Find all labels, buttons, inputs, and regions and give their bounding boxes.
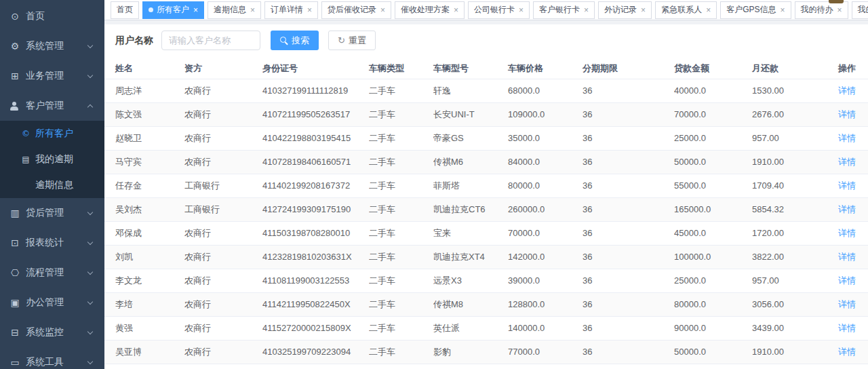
cell-monthly_payment: 1530.00 (752, 364, 814, 369)
process-icon: ⎔ (9, 267, 20, 278)
sidebar-item-all-customers[interactable]: ©所有客户 (0, 121, 104, 147)
close-icon[interactable]: × (519, 6, 524, 14)
tab-emergency-contact[interactable]: 紧急联系人× (655, 1, 717, 19)
cell-vehicle_model: 传祺M8 (433, 292, 508, 316)
cell-vehicle_price: 84000.0 (508, 150, 583, 174)
cell-funder: 农商行 (184, 316, 262, 340)
cell-monthly_payment: 5854.32 (752, 197, 814, 221)
sidebar-item-label: 业务管理 (26, 70, 64, 82)
cell-vehicle_price: 39000.0 (508, 269, 583, 292)
detail-link[interactable]: 详情 (838, 85, 856, 96)
tab-my-process[interactable]: 我的流程× (852, 1, 868, 19)
sidebar-item-post-loan-mgmt[interactable]: ▥贷后管理 (0, 198, 104, 228)
cell-action: 详情 (814, 102, 868, 126)
close-icon[interactable]: × (380, 6, 385, 14)
search-input[interactable] (161, 31, 260, 50)
detail-link[interactable]: 详情 (838, 133, 856, 143)
tab-customer-gps[interactable]: 客户GPS信息× (720, 1, 791, 19)
user-icon (9, 102, 20, 111)
cell-installment_term: 36 (583, 102, 674, 126)
tab-overdue-info[interactable]: 逾期信息× (208, 1, 261, 19)
detail-link[interactable]: 详情 (838, 228, 856, 238)
cell-loan_amount: 40000.0 (674, 79, 752, 102)
sidebar-item-process-mgmt[interactable]: ⎔流程管理 (0, 258, 104, 288)
table-row: 李培农商行41142119950822450X二手车传祺M8128800.036… (104, 292, 868, 316)
close-icon[interactable]: × (250, 6, 255, 14)
cell-id_number: 411503198708280010 (262, 221, 369, 245)
chevron-down-icon (87, 299, 93, 305)
tab-visit-records[interactable]: 外访记录× (598, 1, 652, 19)
tab-collect-records[interactable]: 贷后催收记录× (321, 1, 391, 19)
tab-label: 所有客户 (157, 4, 189, 16)
sidebar-item-overdue-info[interactable]: 逾期信息 (0, 172, 104, 198)
cell-vehicle_model: 轩逸 (433, 364, 508, 369)
chevron-down-icon (87, 359, 93, 364)
table-header-row: 姓名资方身份证号车辆类型车辆型号车辆价格分期期限贷款金额月还款操作 (104, 58, 868, 79)
close-icon[interactable]: × (193, 6, 198, 14)
cell-loan_amount: 25000.0 (674, 269, 752, 292)
cell-vehicle_price: 77000.0 (508, 340, 583, 364)
search-label: 用户名称 (115, 35, 153, 47)
tab-label: 客户银行卡 (539, 4, 580, 16)
cell-vehicle_price: 68000.0 (508, 79, 583, 102)
tab-order-detail[interactable]: 订单详情× (264, 1, 318, 19)
sidebar-item-home[interactable]: ⊙首页 (0, 1, 104, 31)
cell-vehicle_model: 帝豪GS (433, 126, 508, 150)
sidebar-item-system-tools[interactable]: ▭系统工具 (0, 347, 104, 369)
close-icon[interactable]: × (780, 6, 785, 14)
close-icon[interactable]: × (641, 6, 646, 14)
tab-all-customers[interactable]: 所有客户× (142, 1, 204, 19)
cell-action: 详情 (814, 316, 868, 340)
detail-link[interactable]: 详情 (838, 204, 856, 214)
close-icon[interactable]: × (454, 6, 458, 14)
sidebar-item-my-overdue[interactable]: ▤我的逾期 (0, 147, 104, 172)
sidebar-item-office-mgmt[interactable]: ▣办公管理 (0, 288, 104, 317)
detail-link[interactable]: 详情 (838, 109, 856, 119)
cell-name: 李文龙 (104, 269, 184, 292)
detail-link[interactable]: 详情 (838, 347, 856, 357)
cell-id_number: 410325199709223094 (262, 340, 369, 364)
sidebar-item-report-stats[interactable]: ⊡报表统计 (0, 228, 104, 258)
tab-customer-card[interactable]: 客户银行卡× (533, 1, 595, 19)
detail-link[interactable]: 详情 (838, 275, 856, 286)
sidebar-item-customer-mgmt[interactable]: 客户管理 (0, 91, 104, 121)
tab-collect-plan[interactable]: 催收处理方案× (395, 1, 465, 19)
cell-installment_term: 36 (583, 79, 674, 102)
tab-home[interactable]: 首页 (111, 1, 139, 19)
cell-funder: 工商银行 (184, 197, 262, 221)
sidebar-item-system-mgmt[interactable]: ⚙系统管理 (0, 31, 104, 61)
detail-link[interactable]: 详情 (838, 299, 856, 309)
detail-link[interactable]: 详情 (838, 252, 856, 262)
cell-funder: 农商行 (184, 364, 262, 369)
tab-company-card[interactable]: 公司银行卡× (468, 1, 530, 19)
cell-name: 黄强 (104, 316, 184, 340)
close-icon[interactable]: × (706, 6, 711, 14)
user-avatar[interactable] (829, 0, 844, 3)
tab-my-todo[interactable]: 我的待办× (795, 1, 848, 19)
close-icon[interactable]: × (584, 6, 589, 14)
cell-funder: 农商行 (184, 126, 262, 150)
column-header-monthly_payment: 月还款 (752, 58, 814, 79)
search-button[interactable]: 搜索 (271, 31, 319, 50)
cell-name: 马守宾 (104, 150, 184, 174)
detail-link[interactable]: 详情 (838, 157, 856, 167)
close-icon[interactable]: × (307, 6, 312, 14)
detail-link[interactable]: 详情 (838, 323, 856, 333)
cell-name: 任存金 (104, 174, 184, 197)
sidebar-item-label: 贷后管理 (26, 207, 64, 219)
cell-vehicle_type: 二手车 (369, 340, 433, 364)
cell-funder: 工商银行 (184, 174, 262, 197)
table-row: 陈文强农商行410721199505263517二手车长安UNI-T109000… (104, 102, 868, 126)
cell-installment_term: 36 (583, 364, 674, 369)
close-icon[interactable]: × (837, 6, 842, 14)
sidebar-item-business-mgmt[interactable]: ⊞业务管理 (0, 61, 104, 91)
detail-link[interactable]: 详情 (838, 180, 856, 191)
reset-button[interactable]: ↻ 重置 (328, 31, 376, 50)
cell-name: 吴亚博 (104, 340, 184, 364)
sidebar-item-label: 报表统计 (26, 237, 64, 249)
cell-vehicle_type: 二手车 (369, 126, 433, 150)
sidebar-item-system-monitor[interactable]: ⊟系统监控 (0, 317, 104, 347)
cell-action: 详情 (814, 79, 868, 102)
tab-bar: 首页所有客户×逾期信息×订单详情×贷后催收记录×催收处理方案×公司银行卡×客户银… (104, 0, 868, 20)
cell-monthly_payment: 1910.00 (752, 340, 814, 364)
